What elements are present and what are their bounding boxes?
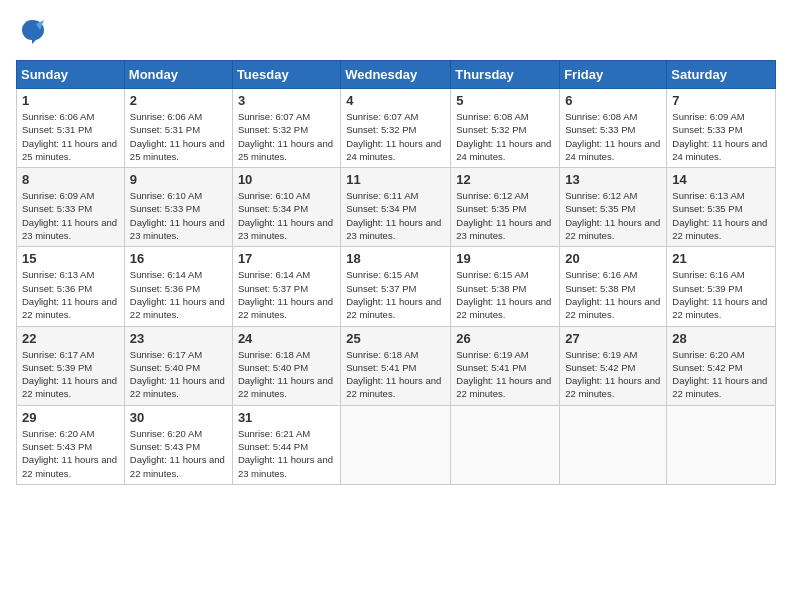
calendar-cell: 19 Sunrise: 6:15 AM Sunset: 5:38 PM Dayl… bbox=[451, 247, 560, 326]
calendar-cell: 10 Sunrise: 6:10 AM Sunset: 5:34 PM Dayl… bbox=[232, 168, 340, 247]
day-number: 22 bbox=[22, 331, 119, 346]
calendar-header-tuesday: Tuesday bbox=[232, 61, 340, 89]
day-info: Sunrise: 6:16 AM Sunset: 5:39 PM Dayligh… bbox=[672, 268, 770, 321]
page-header bbox=[16, 16, 776, 48]
calendar-cell: 3 Sunrise: 6:07 AM Sunset: 5:32 PM Dayli… bbox=[232, 89, 340, 168]
calendar-header-row: SundayMondayTuesdayWednesdayThursdayFrid… bbox=[17, 61, 776, 89]
calendar-cell: 22 Sunrise: 6:17 AM Sunset: 5:39 PM Dayl… bbox=[17, 326, 125, 405]
calendar-week-row: 1 Sunrise: 6:06 AM Sunset: 5:31 PM Dayli… bbox=[17, 89, 776, 168]
day-number: 21 bbox=[672, 251, 770, 266]
calendar-cell: 21 Sunrise: 6:16 AM Sunset: 5:39 PM Dayl… bbox=[667, 247, 776, 326]
day-number: 29 bbox=[22, 410, 119, 425]
calendar-cell: 4 Sunrise: 6:07 AM Sunset: 5:32 PM Dayli… bbox=[341, 89, 451, 168]
calendar-table: SundayMondayTuesdayWednesdayThursdayFrid… bbox=[16, 60, 776, 485]
calendar-cell bbox=[560, 405, 667, 484]
day-info: Sunrise: 6:10 AM Sunset: 5:33 PM Dayligh… bbox=[130, 189, 227, 242]
day-number: 20 bbox=[565, 251, 661, 266]
day-info: Sunrise: 6:15 AM Sunset: 5:38 PM Dayligh… bbox=[456, 268, 554, 321]
day-info: Sunrise: 6:08 AM Sunset: 5:33 PM Dayligh… bbox=[565, 110, 661, 163]
calendar-week-row: 22 Sunrise: 6:17 AM Sunset: 5:39 PM Dayl… bbox=[17, 326, 776, 405]
calendar-cell: 15 Sunrise: 6:13 AM Sunset: 5:36 PM Dayl… bbox=[17, 247, 125, 326]
day-number: 12 bbox=[456, 172, 554, 187]
calendar-header-friday: Friday bbox=[560, 61, 667, 89]
day-info: Sunrise: 6:10 AM Sunset: 5:34 PM Dayligh… bbox=[238, 189, 335, 242]
day-number: 15 bbox=[22, 251, 119, 266]
day-info: Sunrise: 6:09 AM Sunset: 5:33 PM Dayligh… bbox=[22, 189, 119, 242]
day-info: Sunrise: 6:19 AM Sunset: 5:41 PM Dayligh… bbox=[456, 348, 554, 401]
day-number: 25 bbox=[346, 331, 445, 346]
day-info: Sunrise: 6:20 AM Sunset: 5:43 PM Dayligh… bbox=[130, 427, 227, 480]
calendar-header-saturday: Saturday bbox=[667, 61, 776, 89]
day-info: Sunrise: 6:18 AM Sunset: 5:41 PM Dayligh… bbox=[346, 348, 445, 401]
logo-icon bbox=[16, 16, 48, 48]
calendar-cell: 1 Sunrise: 6:06 AM Sunset: 5:31 PM Dayli… bbox=[17, 89, 125, 168]
day-number: 24 bbox=[238, 331, 335, 346]
day-number: 18 bbox=[346, 251, 445, 266]
day-number: 30 bbox=[130, 410, 227, 425]
day-number: 3 bbox=[238, 93, 335, 108]
day-info: Sunrise: 6:12 AM Sunset: 5:35 PM Dayligh… bbox=[565, 189, 661, 242]
day-number: 26 bbox=[456, 331, 554, 346]
day-info: Sunrise: 6:14 AM Sunset: 5:37 PM Dayligh… bbox=[238, 268, 335, 321]
calendar-header-wednesday: Wednesday bbox=[341, 61, 451, 89]
day-info: Sunrise: 6:17 AM Sunset: 5:39 PM Dayligh… bbox=[22, 348, 119, 401]
day-info: Sunrise: 6:20 AM Sunset: 5:43 PM Dayligh… bbox=[22, 427, 119, 480]
day-info: Sunrise: 6:07 AM Sunset: 5:32 PM Dayligh… bbox=[238, 110, 335, 163]
day-number: 4 bbox=[346, 93, 445, 108]
day-number: 16 bbox=[130, 251, 227, 266]
day-info: Sunrise: 6:11 AM Sunset: 5:34 PM Dayligh… bbox=[346, 189, 445, 242]
calendar-cell: 8 Sunrise: 6:09 AM Sunset: 5:33 PM Dayli… bbox=[17, 168, 125, 247]
calendar-cell: 23 Sunrise: 6:17 AM Sunset: 5:40 PM Dayl… bbox=[124, 326, 232, 405]
day-number: 31 bbox=[238, 410, 335, 425]
day-number: 10 bbox=[238, 172, 335, 187]
calendar-cell: 2 Sunrise: 6:06 AM Sunset: 5:31 PM Dayli… bbox=[124, 89, 232, 168]
calendar-header-sunday: Sunday bbox=[17, 61, 125, 89]
calendar-cell: 7 Sunrise: 6:09 AM Sunset: 5:33 PM Dayli… bbox=[667, 89, 776, 168]
calendar-cell: 13 Sunrise: 6:12 AM Sunset: 5:35 PM Dayl… bbox=[560, 168, 667, 247]
calendar-header-monday: Monday bbox=[124, 61, 232, 89]
calendar-week-row: 29 Sunrise: 6:20 AM Sunset: 5:43 PM Dayl… bbox=[17, 405, 776, 484]
calendar-header-thursday: Thursday bbox=[451, 61, 560, 89]
calendar-cell bbox=[341, 405, 451, 484]
day-info: Sunrise: 6:13 AM Sunset: 5:35 PM Dayligh… bbox=[672, 189, 770, 242]
day-number: 27 bbox=[565, 331, 661, 346]
calendar-cell: 26 Sunrise: 6:19 AM Sunset: 5:41 PM Dayl… bbox=[451, 326, 560, 405]
day-number: 5 bbox=[456, 93, 554, 108]
calendar-cell: 29 Sunrise: 6:20 AM Sunset: 5:43 PM Dayl… bbox=[17, 405, 125, 484]
calendar-week-row: 15 Sunrise: 6:13 AM Sunset: 5:36 PM Dayl… bbox=[17, 247, 776, 326]
day-info: Sunrise: 6:12 AM Sunset: 5:35 PM Dayligh… bbox=[456, 189, 554, 242]
day-info: Sunrise: 6:14 AM Sunset: 5:36 PM Dayligh… bbox=[130, 268, 227, 321]
day-number: 1 bbox=[22, 93, 119, 108]
day-number: 13 bbox=[565, 172, 661, 187]
calendar-cell: 27 Sunrise: 6:19 AM Sunset: 5:42 PM Dayl… bbox=[560, 326, 667, 405]
calendar-cell: 18 Sunrise: 6:15 AM Sunset: 5:37 PM Dayl… bbox=[341, 247, 451, 326]
day-info: Sunrise: 6:21 AM Sunset: 5:44 PM Dayligh… bbox=[238, 427, 335, 480]
day-info: Sunrise: 6:07 AM Sunset: 5:32 PM Dayligh… bbox=[346, 110, 445, 163]
calendar-cell: 20 Sunrise: 6:16 AM Sunset: 5:38 PM Dayl… bbox=[560, 247, 667, 326]
day-info: Sunrise: 6:16 AM Sunset: 5:38 PM Dayligh… bbox=[565, 268, 661, 321]
day-info: Sunrise: 6:20 AM Sunset: 5:42 PM Dayligh… bbox=[672, 348, 770, 401]
day-info: Sunrise: 6:17 AM Sunset: 5:40 PM Dayligh… bbox=[130, 348, 227, 401]
calendar-cell: 9 Sunrise: 6:10 AM Sunset: 5:33 PM Dayli… bbox=[124, 168, 232, 247]
day-number: 6 bbox=[565, 93, 661, 108]
day-info: Sunrise: 6:18 AM Sunset: 5:40 PM Dayligh… bbox=[238, 348, 335, 401]
calendar-cell: 24 Sunrise: 6:18 AM Sunset: 5:40 PM Dayl… bbox=[232, 326, 340, 405]
day-info: Sunrise: 6:15 AM Sunset: 5:37 PM Dayligh… bbox=[346, 268, 445, 321]
day-number: 8 bbox=[22, 172, 119, 187]
logo bbox=[16, 16, 52, 48]
calendar-cell: 17 Sunrise: 6:14 AM Sunset: 5:37 PM Dayl… bbox=[232, 247, 340, 326]
day-info: Sunrise: 6:06 AM Sunset: 5:31 PM Dayligh… bbox=[130, 110, 227, 163]
day-number: 7 bbox=[672, 93, 770, 108]
day-number: 23 bbox=[130, 331, 227, 346]
calendar-cell bbox=[667, 405, 776, 484]
calendar-cell: 31 Sunrise: 6:21 AM Sunset: 5:44 PM Dayl… bbox=[232, 405, 340, 484]
calendar-cell: 28 Sunrise: 6:20 AM Sunset: 5:42 PM Dayl… bbox=[667, 326, 776, 405]
day-number: 28 bbox=[672, 331, 770, 346]
day-number: 14 bbox=[672, 172, 770, 187]
calendar-week-row: 8 Sunrise: 6:09 AM Sunset: 5:33 PM Dayli… bbox=[17, 168, 776, 247]
calendar-cell: 14 Sunrise: 6:13 AM Sunset: 5:35 PM Dayl… bbox=[667, 168, 776, 247]
day-number: 19 bbox=[456, 251, 554, 266]
calendar-cell bbox=[451, 405, 560, 484]
calendar-cell: 25 Sunrise: 6:18 AM Sunset: 5:41 PM Dayl… bbox=[341, 326, 451, 405]
calendar-cell: 6 Sunrise: 6:08 AM Sunset: 5:33 PM Dayli… bbox=[560, 89, 667, 168]
